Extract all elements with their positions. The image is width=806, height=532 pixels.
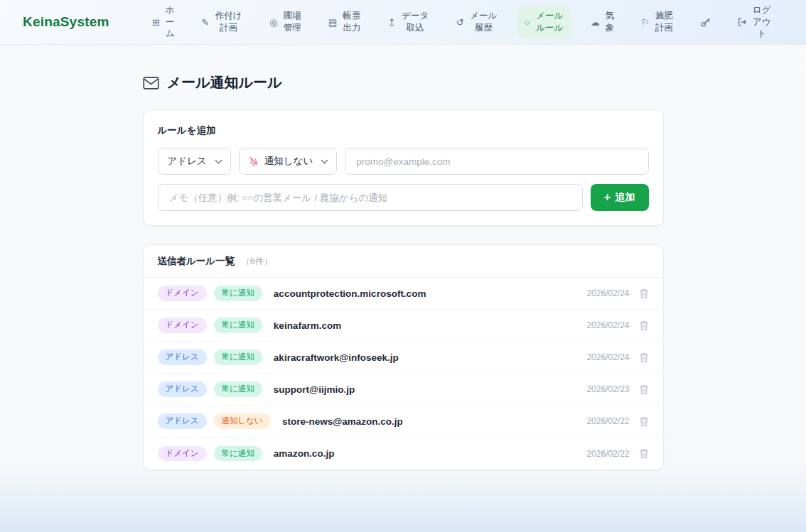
- rule-type-select[interactable]: アドレス: [158, 148, 231, 175]
- nav-label: ホーム: [165, 4, 175, 40]
- brand-logo[interactable]: KeinaSystem: [23, 14, 109, 30]
- rule-action-badge: 常に通知: [214, 446, 262, 462]
- nav-label: メール履歴: [469, 10, 498, 34]
- nav-item-logout[interactable]: ログアウト: [730, 0, 779, 44]
- rule-type-badge: アドレス: [158, 381, 207, 397]
- rules-list-header: 送信者ルール一覧 （6件）: [144, 245, 663, 278]
- delete-rule-button[interactable]: [639, 448, 649, 459]
- memo-input[interactable]: [158, 184, 583, 211]
- add-rule-row-1: アドレス 通知しない: [158, 148, 649, 175]
- rule-date: 2026/02/24: [586, 352, 629, 362]
- delete-rule-button[interactable]: [639, 384, 649, 395]
- rule-action-badge: 通知しない: [214, 413, 271, 429]
- bell-slash-icon: [249, 156, 259, 166]
- history-icon: ↺: [456, 18, 464, 27]
- plus-icon: +: [604, 192, 611, 203]
- nav-item-home[interactable]: ⊞ ホーム: [145, 0, 182, 44]
- rule-row: アドレス 常に通知 support@iijmio.jp 2026/02/23: [144, 374, 663, 406]
- nav-label: 作付け計画: [214, 10, 243, 34]
- mail-envelope-icon: [143, 77, 159, 89]
- rule-date: 2026/02/24: [586, 288, 629, 298]
- address-input[interactable]: [345, 148, 648, 175]
- key-icon: [700, 17, 711, 28]
- fertilizer-icon: ⚐: [641, 18, 650, 27]
- nav-item-weather[interactable]: ☁ 気象: [584, 6, 622, 38]
- rule-date: 2026/02/22: [586, 449, 629, 459]
- rule-type-badge: ドメイン: [158, 446, 207, 462]
- nav-item-mail-rules[interactable]: ○ メールルール: [517, 6, 571, 38]
- home-icon: ⊞: [152, 18, 160, 27]
- nav-item-fertilization-plan[interactable]: ⚐ 施肥計画: [634, 6, 681, 38]
- nav-item-data-import[interactable]: ↥ データ取込: [381, 6, 437, 38]
- nav-item-planting-plan[interactable]: ✎ 作付け計画: [194, 6, 250, 38]
- logout-icon: [737, 17, 747, 27]
- top-navigation-bar: KeinaSystem ⊞ ホーム ✎ 作付け計画 ◎ 圃場管理 ▤ 帳票出力 …: [0, 0, 806, 45]
- nav-label: 気象: [605, 10, 615, 34]
- delete-rule-button[interactable]: [639, 352, 649, 363]
- rule-value: store-news@amazon.co.jp: [282, 416, 403, 427]
- rule-action-badge: 常に通知: [214, 381, 262, 397]
- rule-value: support@iijmio.jp: [274, 384, 355, 395]
- rule-row: ドメイン 常に通知 amazon.co.jp 2026/02/22: [144, 438, 663, 469]
- rule-action-badge: 常に通知: [214, 286, 262, 301]
- rule-value: accountprotection.microsoft.com: [274, 288, 426, 299]
- rule-value: akiracraftwork@infoseek.jp: [274, 352, 399, 363]
- rule-action-value: 通知しない: [264, 155, 313, 168]
- add-rule-button[interactable]: + 追加: [591, 184, 649, 211]
- rule-row: アドレス 常に通知 akiracraftwork@infoseek.jp 202…: [144, 342, 663, 374]
- rule-action-badge: 常に通知: [214, 349, 262, 365]
- rule-row: ドメイン 常に通知 keinafarm.com 2026/02/24: [144, 310, 663, 342]
- delete-rule-button[interactable]: [639, 416, 649, 427]
- rule-row: アドレス 通知しない store-news@amazon.co.jp 2026/…: [144, 406, 663, 438]
- rule-date: 2026/02/22: [586, 416, 629, 426]
- report-icon: ▤: [328, 18, 337, 27]
- rule-date: 2026/02/24: [586, 320, 629, 330]
- rule-type-value: アドレス: [168, 155, 207, 168]
- chevron-down-icon: [215, 156, 222, 163]
- nav-label: ログアウト: [752, 4, 772, 40]
- rules-count-badge: （6件）: [241, 256, 272, 268]
- planting-icon: ✎: [201, 18, 209, 27]
- rule-action-badge: 常に通知: [214, 317, 262, 333]
- nav-label: 圃場管理: [283, 10, 303, 34]
- add-rule-row-2: + 追加: [158, 184, 649, 211]
- add-rule-heading: ルールを追加: [158, 124, 649, 137]
- nav-label: データ取込: [401, 10, 430, 34]
- field-pin-icon: ◎: [269, 18, 277, 27]
- main-content: メール通知ルール ルールを追加 アドレス 通知しない: [143, 45, 664, 470]
- sender-rules-card: 送信者ルール一覧 （6件） ドメイン 常に通知 accountprotectio…: [143, 244, 664, 470]
- nav-label: メールルール: [535, 10, 564, 34]
- rule-type-badge: アドレス: [158, 349, 207, 365]
- delete-rule-button[interactable]: [639, 320, 649, 331]
- rule-type-badge: ドメイン: [158, 317, 207, 333]
- delete-rule-button[interactable]: [639, 288, 649, 299]
- page-title: メール通知ルール: [143, 73, 664, 92]
- upload-icon: ↥: [388, 18, 396, 27]
- rule-row: ドメイン 常に通知 accountprotection.microsoft.co…: [144, 278, 663, 310]
- weather-icon: ☁: [591, 18, 600, 27]
- rule-action-select[interactable]: 通知しない: [239, 148, 337, 175]
- rules-icon: ○: [525, 18, 530, 27]
- page-title-text: メール通知ルール: [167, 73, 282, 92]
- rule-type-badge: ドメイン: [158, 286, 207, 301]
- nav-item-mail-history[interactable]: ↺ メール履歴: [449, 6, 505, 38]
- nav-item-field-management[interactable]: ◎ 圃場管理: [262, 6, 309, 38]
- nav-item-key[interactable]: [693, 13, 718, 32]
- rule-date: 2026/02/23: [586, 384, 629, 394]
- main-nav: ⊞ ホーム ✎ 作付け計画 ◎ 圃場管理 ▤ 帳票出力 ↥ データ取込 ↺ メー…: [139, 0, 785, 44]
- add-rule-card: ルールを追加 アドレス 通知しない: [143, 109, 664, 226]
- nav-label: 帳票出力: [342, 10, 362, 34]
- rules-list-title: 送信者ルール一覧: [158, 255, 235, 268]
- nav-item-report-output[interactable]: ▤ 帳票出力: [321, 6, 369, 38]
- nav-label: 施肥計画: [655, 10, 675, 34]
- add-button-label: 追加: [615, 191, 635, 204]
- rule-value: keinafarm.com: [274, 320, 341, 331]
- rule-type-badge: アドレス: [158, 413, 207, 429]
- chevron-down-icon: [321, 156, 328, 163]
- rule-value: amazon.co.jp: [274, 448, 335, 459]
